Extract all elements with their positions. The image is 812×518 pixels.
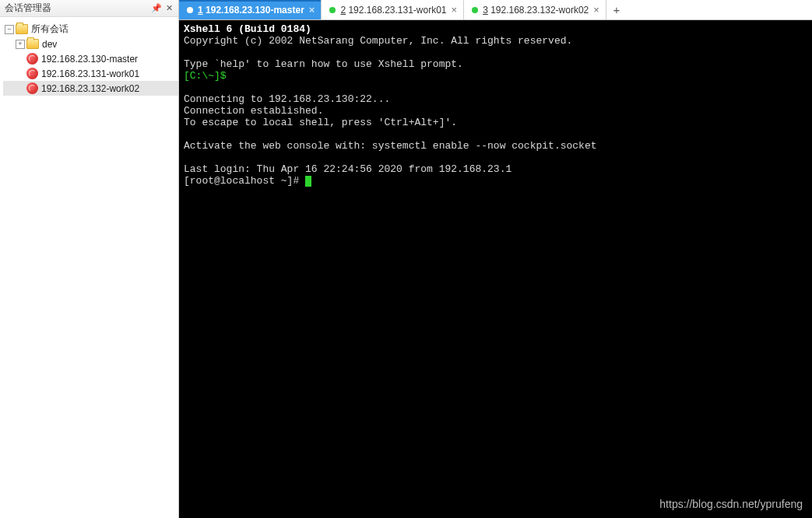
sidebar-header: 会话管理器 📌 ✕ [0, 0, 178, 17]
session-icon [26, 82, 38, 94]
tree-session-label: 192.168.23.131-work01 [41, 68, 139, 79]
terminal-line: Connecting to 192.168.23.130:22... [184, 93, 390, 105]
tree-folder-dev[interactable]: + dev [3, 37, 178, 51]
tree-folder-label: dev [42, 39, 57, 50]
tab-label: 192.168.23.132-work02 [490, 5, 589, 16]
tree-session-master[interactable]: 192.168.23.130-master [3, 51, 178, 66]
folder-icon [16, 24, 28, 34]
tab-label: 192.168.23.130-master [206, 5, 304, 16]
folder-icon [26, 39, 39, 49]
tab-master[interactable]: 1 192.168.23.130-master × [179, 0, 322, 19]
sidebar-title: 会话管理器 [5, 2, 150, 15]
tab-work02[interactable]: 3 192.168.23.132-work02 × [464, 0, 606, 19]
status-dot-icon [187, 7, 193, 13]
tab-work01[interactable]: 2 192.168.23.131-work01 × [322, 0, 464, 19]
tab-close-icon[interactable]: × [309, 4, 315, 16]
status-dot-icon [472, 7, 478, 13]
shell-prompt: [root@localhost ~]# [184, 175, 305, 187]
session-icon [26, 68, 38, 79]
local-prompt: [C:\~]$ [184, 70, 227, 82]
tab-bar: 1 192.168.23.130-master × 2 192.168.23.1… [179, 0, 812, 20]
terminal[interactable]: Xshell 6 (Build 0184) Copyright (c) 2002… [179, 20, 812, 518]
status-dot-icon [329, 7, 336, 13]
add-tab-button[interactable]: + [606, 0, 627, 19]
tab-label: 192.168.23.131-work01 [348, 5, 446, 16]
session-manager-panel: 会话管理器 📌 ✕ − 所有会话 + dev 192.168.23.130-ma… [0, 0, 179, 518]
terminal-line: Activate the web console with: systemctl… [184, 140, 597, 152]
tree-session-label: 192.168.23.132-work02 [41, 83, 139, 94]
terminal-line: Copyright (c) 2002 NetSarang Computer, I… [184, 35, 572, 47]
expand-icon[interactable]: + [16, 40, 25, 49]
tree-session-work02[interactable]: 192.168.23.132-work02 [3, 81, 178, 96]
collapse-icon[interactable]: − [5, 25, 14, 34]
tab-close-icon[interactable]: × [593, 4, 599, 16]
tab-number: 2 [340, 5, 346, 16]
pin-icon[interactable]: 📌 [150, 2, 163, 15]
session-tree: − 所有会话 + dev 192.168.23.130-master 192.1… [0, 17, 178, 96]
terminal-line: Last login: Thu Apr 16 22:24:56 2020 fro… [184, 163, 511, 175]
tab-number: 1 [198, 5, 203, 16]
terminal-line: Type `help' to learn how to use Xshell p… [184, 58, 463, 70]
watermark: https://blog.csdn.net/yprufeng [659, 498, 803, 510]
tab-number: 3 [483, 5, 488, 16]
terminal-line: Connection established. [184, 105, 323, 117]
terminal-line: To escape to local shell, press 'Ctrl+Al… [184, 117, 457, 128]
close-icon[interactable]: ✕ [163, 2, 175, 15]
session-icon [26, 53, 38, 65]
tree-root-label: 所有会话 [31, 23, 69, 36]
tree-session-label: 192.168.23.130-master [41, 54, 138, 65]
tree-root[interactable]: − 所有会话 [3, 22, 178, 37]
terminal-banner: Xshell 6 (Build 0184) [184, 23, 311, 35]
cursor-icon [305, 176, 311, 187]
main-area: 1 192.168.23.130-master × 2 192.168.23.1… [179, 0, 812, 518]
tree-session-work01[interactable]: 192.168.23.131-work01 [3, 66, 178, 81]
tab-close-icon[interactable]: × [452, 4, 458, 16]
